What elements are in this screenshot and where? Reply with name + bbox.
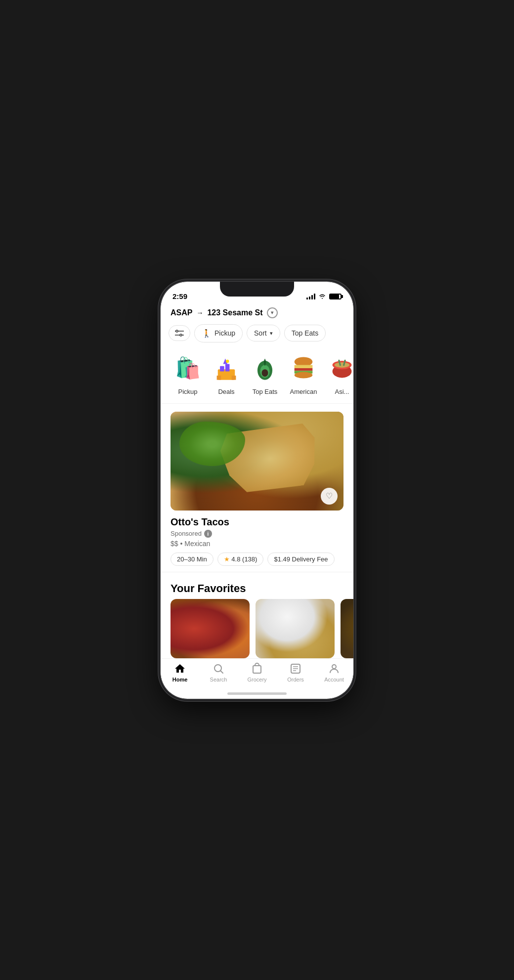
favorites-card-1[interactable] (171, 599, 250, 658)
nav-account-label: Account (324, 677, 344, 682)
status-icons (306, 293, 342, 300)
restaurant-card[interactable]: ♡ Otto's Tacos Sponsored i $$ • Mexican … (161, 406, 353, 572)
svg-rect-18 (295, 368, 313, 371)
sort-button[interactable]: Sort ▾ (247, 325, 280, 341)
favorites-row (161, 599, 353, 658)
nav-search-label: Search (210, 677, 227, 682)
svg-point-20 (295, 372, 313, 378)
app-content[interactable]: ASAP → 123 Sesame St ▾ (161, 303, 353, 658)
top-eats-category-icon (249, 352, 281, 384)
deals-category-icon (211, 352, 242, 384)
grocery-icon (251, 663, 263, 675)
category-top-eats-label: Top Eats (253, 388, 278, 395)
category-asian[interactable]: Asi... (323, 352, 353, 395)
categories-row: 🛍️ Pickup (161, 348, 353, 403)
favorite-button[interactable]: ♡ (321, 488, 338, 505)
restaurant-name: Otto's Tacos (171, 516, 343, 528)
svg-point-0 (176, 330, 178, 332)
home-icon (174, 663, 186, 675)
cuisine-separator: • (180, 540, 184, 548)
restaurant-image: ♡ (171, 412, 343, 511)
walking-icon: 🚶 (202, 329, 212, 338)
address-text: 123 Sesame St (207, 308, 262, 317)
battery-icon (329, 294, 342, 299)
orders-icon (290, 663, 301, 675)
section-divider (161, 403, 353, 404)
category-american[interactable]: American (284, 352, 323, 395)
category-top-eats[interactable]: Top Eats (246, 352, 284, 395)
favorites-card-2[interactable] (256, 599, 335, 658)
top-eats-button[interactable]: Top Eats (284, 325, 326, 341)
header: ASAP → 123 Sesame St ▾ (161, 303, 353, 324)
sponsored-row: Sponsored i (171, 530, 343, 538)
nav-orders-label: Orders (287, 677, 304, 682)
filter-row: 🚶 Pickup Sort ▾ Top Eats (161, 324, 353, 348)
top-eats-label: Top Eats (292, 329, 318, 337)
rating-badge: ★ 4.8 (138) (217, 553, 264, 566)
nav-grocery[interactable]: Grocery (242, 663, 272, 682)
cuisine-type: Mexican (184, 540, 210, 548)
sponsored-label: Sponsored (171, 530, 202, 537)
svg-point-3 (180, 334, 182, 336)
sort-label: Sort (254, 329, 267, 337)
address-dropdown[interactable]: ▾ (267, 307, 278, 318)
notch (220, 282, 294, 297)
filter-options-button[interactable] (169, 325, 190, 341)
food-photo (171, 412, 343, 511)
rating-count: (138) (242, 555, 257, 563)
rating-value: 4.8 (231, 555, 240, 563)
asian-category-icon (326, 352, 353, 384)
category-american-label: American (290, 388, 317, 395)
phone-frame: 2:59 (161, 282, 353, 699)
heart-icon: ♡ (326, 491, 333, 501)
time-badge: 20–30 Min (171, 553, 214, 566)
nav-home-label: Home (172, 677, 188, 682)
nav-home[interactable]: Home (165, 663, 195, 682)
pickup-category-icon: 🛍️ (172, 352, 204, 384)
category-deals-label: Deals (218, 388, 234, 395)
star-icon: ★ (224, 555, 230, 563)
chevron-down-icon: ▾ (271, 310, 273, 315)
nav-grocery-label: Grocery (247, 677, 266, 682)
signal-icon (306, 294, 315, 299)
search-icon (213, 663, 224, 675)
svg-point-33 (332, 665, 336, 669)
category-pickup-label: Pickup (178, 388, 197, 395)
favorites-divider (161, 572, 353, 572)
account-icon (328, 663, 340, 675)
price-range: $$ (171, 540, 178, 548)
svg-line-27 (221, 671, 223, 673)
phone-screen: 2:59 (161, 282, 353, 699)
svg-point-15 (262, 369, 268, 377)
svg-point-23 (335, 362, 349, 368)
cuisine-row: $$ • Mexican (171, 540, 343, 548)
asap-label: ASAP (171, 308, 192, 317)
info-icon[interactable]: i (204, 530, 212, 538)
category-pickup[interactable]: 🛍️ Pickup (169, 352, 207, 395)
svg-rect-12 (232, 376, 236, 380)
svg-rect-11 (217, 376, 221, 380)
category-deals[interactable]: Deals (207, 352, 246, 395)
pickup-filter-label: Pickup (214, 329, 235, 337)
arrow-icon: → (196, 309, 203, 317)
bottom-nav: Home Search Grocery (161, 658, 353, 692)
svg-rect-8 (225, 364, 230, 371)
svg-point-10 (226, 359, 229, 362)
nav-orders[interactable]: Orders (281, 663, 310, 682)
address-row[interactable]: ASAP → 123 Sesame St ▾ (171, 307, 343, 318)
favorites-section-header: Your Favorites (161, 574, 353, 599)
american-category-icon (288, 352, 319, 384)
wifi-icon (318, 293, 326, 300)
favorites-card-3[interactable] (341, 599, 353, 658)
delivery-fee-badge: $1.49 Delivery Fee (267, 553, 334, 566)
status-time: 2:59 (172, 292, 187, 300)
svg-rect-7 (220, 366, 224, 371)
nav-account[interactable]: Account (319, 663, 349, 682)
category-asian-label: Asi... (335, 388, 349, 395)
nav-search[interactable]: Search (204, 663, 233, 682)
home-indicator (227, 692, 287, 695)
pickup-filter-button[interactable]: 🚶 Pickup (194, 324, 243, 342)
sort-chevron-icon: ▾ (270, 330, 273, 337)
svg-rect-28 (253, 666, 261, 673)
tags-row: 20–30 Min ★ 4.8 (138) $1.49 Delivery Fee (171, 553, 343, 566)
